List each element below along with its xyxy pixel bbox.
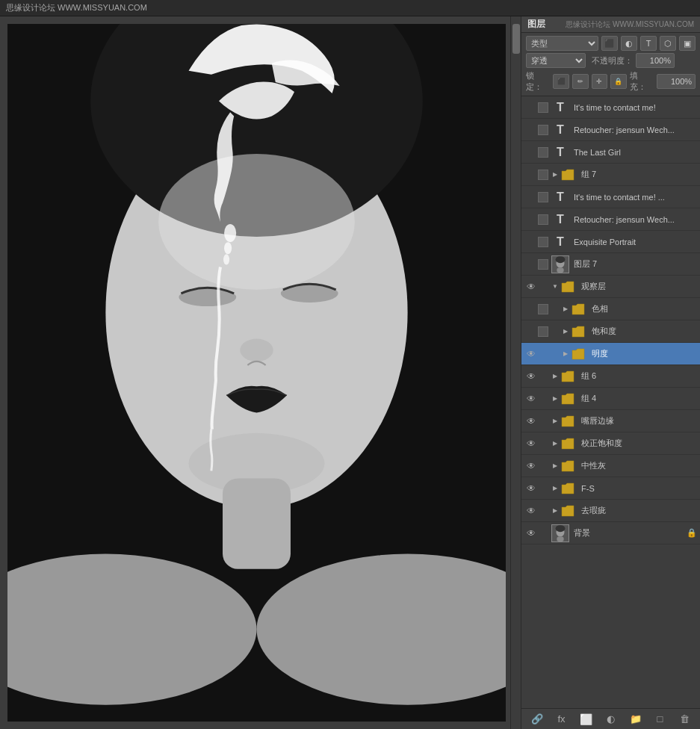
folder-arrow-layer-hue[interactable]: ▶ xyxy=(562,305,569,312)
canvas-inner[interactable] xyxy=(7,24,506,722)
layer-visibility-layer-fs[interactable]: 👁 xyxy=(524,482,538,495)
milk-splash xyxy=(107,59,406,408)
layer-visibility-layer-group6[interactable]: 👁 xyxy=(524,370,538,383)
layer-row-layer-8[interactable]: 图层 7 xyxy=(521,253,700,276)
filter-type-select[interactable]: 类型 名称 效果 xyxy=(526,36,598,51)
layer-visibility-layer-4[interactable] xyxy=(524,168,538,182)
layer-visibility-layer-hue[interactable] xyxy=(524,303,538,316)
folder-arrow-layer-brightness[interactable]: ▶ xyxy=(562,350,569,357)
new-group-btn[interactable]: 📁 xyxy=(628,711,644,728)
layer-name-layer-saturation: 饱和度 xyxy=(592,326,697,337)
fill-input[interactable] xyxy=(657,74,696,89)
folder-arrow-layer-neutral-gray[interactable]: ▶ xyxy=(551,462,559,469)
folder-arrow-layer-remove-blemish[interactable]: ▶ xyxy=(551,507,559,514)
layer-row-layer-group6[interactable]: 👁▶组 6 xyxy=(521,365,700,388)
layer-row-layer-2[interactable]: TRetoucher: jsensun Wech... xyxy=(521,119,700,141)
layer-row-layer-brightness[interactable]: 👁▶明度 xyxy=(521,343,700,365)
layer-visibility-layer-3[interactable] xyxy=(524,146,538,159)
layer-checkbox-layer-2[interactable] xyxy=(538,125,548,135)
layer-visibility-layer-1[interactable] xyxy=(524,101,538,114)
layer-visibility-layer-saturation[interactable] xyxy=(524,325,538,338)
layer-name-layer-correct-sat: 校正饱和度 xyxy=(581,438,697,449)
layer-visibility-layer-2[interactable] xyxy=(524,123,538,137)
new-adjustment-btn[interactable]: ◐ xyxy=(603,711,619,728)
top-bar: 思缘设计论坛 WWW.MISSYUAN.COM xyxy=(0,0,700,16)
folder-arrow-layer-saturation[interactable]: ▶ xyxy=(562,328,569,335)
layer-checkbox-layer-4[interactable] xyxy=(538,170,548,180)
lock-paint-btn[interactable]: ✏ xyxy=(572,74,589,89)
folder-arrow-layer-4[interactable]: ▶ xyxy=(551,171,559,178)
layer-row-layer-neutral-gray[interactable]: 👁▶中性灰 xyxy=(521,455,700,477)
layer-row-layer-correct-sat[interactable]: 👁▶校正饱和度 xyxy=(521,432,700,455)
opacity-label: 不透明度： xyxy=(592,55,633,66)
layer-text-icon-layer-1: T xyxy=(551,99,569,117)
blend-mode-select[interactable]: 穿透 正常 溶解 正片叠底 xyxy=(526,53,586,68)
layer-folder-icon-layer-4 xyxy=(559,166,577,184)
filter-smart-btn[interactable]: ▣ xyxy=(679,36,696,51)
layer-visibility-layer-correct-sat[interactable]: 👁 xyxy=(524,437,538,450)
lock-all-btn[interactable]: 🔒 xyxy=(610,74,627,89)
layer-checkbox-layer-5[interactable] xyxy=(538,192,548,202)
layer-checkbox-layer-3[interactable] xyxy=(538,147,548,158)
layer-visibility-layer-5[interactable] xyxy=(524,190,538,204)
layer-checkbox-layer-1[interactable] xyxy=(538,102,548,113)
lock-transparent-btn[interactable]: ⬛ xyxy=(553,74,569,89)
add-mask-btn[interactable]: ⬜ xyxy=(578,711,595,728)
layer-row-layer-saturation[interactable]: ▶饱和度 xyxy=(521,320,700,343)
layer-name-layer-6: Retoucher: jsensun Wech... xyxy=(574,215,697,224)
new-layer-btn[interactable]: □ xyxy=(652,711,669,728)
layer-visibility-layer-brightness[interactable]: 👁 xyxy=(524,347,538,361)
folder-arrow-layer-fs[interactable]: ▶ xyxy=(551,485,559,491)
layer-name-layer-hue: 色相 xyxy=(592,303,697,314)
layer-row-layer-7[interactable]: TExquisite Portrait xyxy=(521,231,700,253)
layer-checkbox-layer-saturation[interactable] xyxy=(538,326,548,337)
folder-arrow-layer-group6[interactable]: ▶ xyxy=(551,373,559,379)
layer-row-layer-remove-blemish[interactable]: 👁▶去瑕疵 xyxy=(521,500,700,522)
layer-visibility-layer-7[interactable] xyxy=(524,235,538,249)
opacity-input[interactable] xyxy=(636,53,675,68)
layer-row-layer-group-watch[interactable]: 👁▼观察层 xyxy=(521,276,700,298)
layer-row-layer-group4[interactable]: 👁▶组 4 xyxy=(521,388,700,410)
layer-row-layer-3[interactable]: TThe Last Girl xyxy=(521,141,700,164)
layer-row-layer-bg[interactable]: 👁背景🔒 xyxy=(521,522,700,545)
layer-checkbox-layer-hue[interactable] xyxy=(538,304,548,314)
layer-row-layer-5[interactable]: TIt's time to contact me! ... xyxy=(521,186,700,208)
layer-visibility-layer-group4[interactable]: 👁 xyxy=(524,392,538,406)
layer-name-layer-4: 组 7 xyxy=(581,169,697,180)
folder-arrow-layer-lips[interactable]: ▶ xyxy=(551,418,559,424)
layer-visibility-layer-neutral-gray[interactable]: 👁 xyxy=(524,459,538,473)
layer-row-layer-6[interactable]: TRetoucher: jsensun Wech... xyxy=(521,208,700,231)
layer-name-layer-3: The Last Girl xyxy=(574,148,697,157)
layer-visibility-layer-group-watch[interactable]: 👁 xyxy=(524,280,538,294)
layer-row-layer-4[interactable]: ▶组 7 xyxy=(521,164,700,186)
layers-list[interactable]: TIt's time to contact me!TRetoucher: jse… xyxy=(521,96,700,708)
layer-checkbox-layer-8[interactable] xyxy=(538,259,548,270)
add-style-btn[interactable]: fx xyxy=(554,711,570,728)
filter-shape-btn[interactable]: ⬡ xyxy=(660,36,676,51)
layer-visibility-layer-8[interactable] xyxy=(524,258,538,271)
layer-visibility-layer-remove-blemish[interactable]: 👁 xyxy=(524,504,538,518)
canvas-area xyxy=(0,16,521,729)
layer-checkbox-layer-6[interactable] xyxy=(538,214,548,225)
folder-arrow-layer-group4[interactable]: ▶ xyxy=(551,395,559,402)
layer-image-thumb-layer-8 xyxy=(551,255,569,273)
delete-layer-btn[interactable]: 🗑 xyxy=(677,711,693,728)
filter-text-btn[interactable]: T xyxy=(640,36,657,51)
layer-row-layer-hue[interactable]: ▶色相 xyxy=(521,298,700,320)
link-layers-btn[interactable]: 🔗 xyxy=(529,711,545,728)
layer-visibility-layer-lips[interactable]: 👁 xyxy=(524,415,538,428)
lock-position-btn[interactable]: ✛ xyxy=(592,74,608,89)
filter-adjust-btn[interactable]: ◐ xyxy=(621,36,637,51)
layer-visibility-layer-6[interactable] xyxy=(524,213,538,226)
layer-visibility-layer-bg[interactable]: 👁 xyxy=(524,527,538,540)
layer-row-layer-fs[interactable]: 👁▶F-S xyxy=(521,477,700,500)
folder-arrow-layer-correct-sat[interactable]: ▶ xyxy=(551,440,559,447)
app-title: 思缘设计论坛 WWW.MISSYUAN.COM xyxy=(6,2,147,13)
folder-arrow-layer-group-watch[interactable]: ▼ xyxy=(551,283,559,290)
filter-pixel-btn[interactable]: ⬛ xyxy=(601,36,618,51)
layer-checkbox-layer-7[interactable] xyxy=(538,237,548,247)
layer-name-layer-lips: 嘴唇边缘 xyxy=(581,415,697,426)
layer-row-layer-lips[interactable]: 👁▶嘴唇边缘 xyxy=(521,410,700,432)
layer-row-layer-1[interactable]: TIt's time to contact me! xyxy=(521,96,700,119)
canvas-scrollbar[interactable] xyxy=(510,16,521,729)
